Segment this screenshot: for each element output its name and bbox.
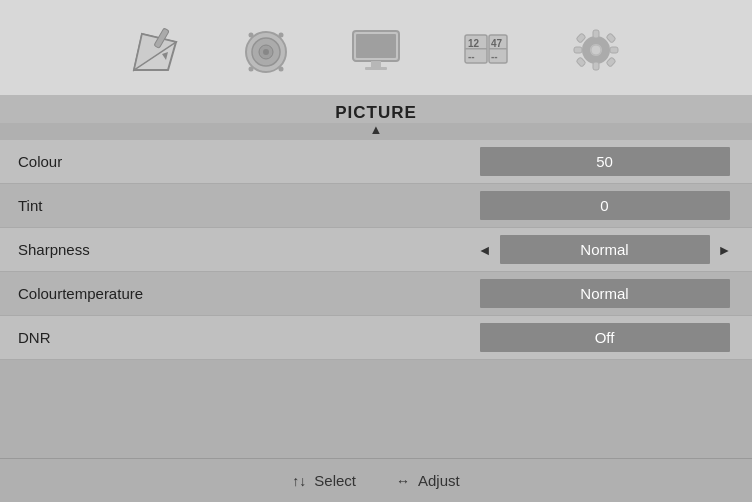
svg-rect-30: [576, 33, 586, 43]
svg-text:--: --: [491, 51, 498, 62]
sharpness-arrow-right[interactable]: ►: [710, 242, 740, 258]
svg-rect-32: [576, 57, 586, 67]
dnr-value: Off: [480, 323, 730, 352]
settings-icon[interactable]: [561, 20, 631, 80]
svg-rect-31: [606, 33, 616, 43]
svg-point-25: [591, 45, 601, 55]
menu-area: PICTURE ▲ Colour 50 Tint 0 Sharpness: [0, 95, 752, 458]
menu-title: PICTURE: [0, 95, 752, 123]
audio-icon[interactable]: [231, 20, 301, 80]
sharpness-value: Normal: [500, 235, 710, 264]
svg-point-8: [249, 32, 254, 37]
title-text: PICTURE: [335, 103, 417, 122]
svg-point-9: [279, 32, 284, 37]
sharpness-label: Sharpness: [0, 241, 457, 258]
svg-rect-15: [365, 67, 387, 70]
svg-rect-13: [356, 34, 396, 58]
menu-rows: Colour 50 Tint 0 Sharpness ◄ Normal ►: [0, 140, 752, 458]
sharpness-value-area: ◄ Normal ►: [457, 235, 752, 264]
scroll-up-indicator: ▲: [0, 123, 752, 140]
adjust-label: Adjust: [418, 472, 460, 489]
icon-bar: 12 -- 47 --: [0, 0, 752, 95]
display-icon[interactable]: [341, 20, 411, 80]
svg-rect-29: [610, 47, 618, 53]
svg-text:47: 47: [491, 38, 503, 49]
dnr-value-area: Off: [457, 323, 752, 352]
colour-label: Colour: [0, 153, 457, 170]
picture-icon[interactable]: [121, 20, 191, 80]
colour-row[interactable]: Colour 50: [0, 140, 752, 184]
tint-row[interactable]: Tint 0: [0, 184, 752, 228]
colourtemperature-value: Normal: [480, 279, 730, 308]
select-label: Select: [314, 472, 356, 489]
svg-rect-26: [593, 30, 599, 38]
colourtemperature-value-area: Normal: [457, 279, 752, 308]
colour-value-area: 50: [457, 147, 752, 176]
svg-point-7: [263, 49, 269, 55]
colourtemperature-row[interactable]: Colourtemperature Normal: [0, 272, 752, 316]
svg-point-10: [249, 66, 254, 71]
select-up-icon: ↑↓: [292, 473, 306, 489]
dnr-label: DNR: [0, 329, 457, 346]
svg-rect-14: [371, 61, 381, 67]
svg-text:12: 12: [468, 38, 480, 49]
sharpness-row[interactable]: Sharpness ◄ Normal ►: [0, 228, 752, 272]
sharpness-arrow-left[interactable]: ◄: [470, 242, 500, 258]
svg-text:--: --: [468, 51, 475, 62]
svg-rect-27: [593, 62, 599, 70]
tint-value: 0: [480, 191, 730, 220]
main-container: 12 -- 47 --: [0, 0, 752, 502]
colour-value: 50: [480, 147, 730, 176]
svg-rect-28: [574, 47, 582, 53]
svg-rect-33: [606, 57, 616, 67]
timer-icon[interactable]: 12 -- 47 --: [451, 20, 521, 80]
adjust-icon: ↔: [396, 473, 410, 489]
tint-label: Tint: [0, 197, 457, 214]
bottom-bar: ↑↓ Select ↔ Adjust: [0, 458, 752, 502]
tint-value-area: 0: [457, 191, 752, 220]
colourtemperature-label: Colourtemperature: [0, 285, 457, 302]
dnr-row[interactable]: DNR Off: [0, 316, 752, 360]
svg-point-11: [279, 66, 284, 71]
